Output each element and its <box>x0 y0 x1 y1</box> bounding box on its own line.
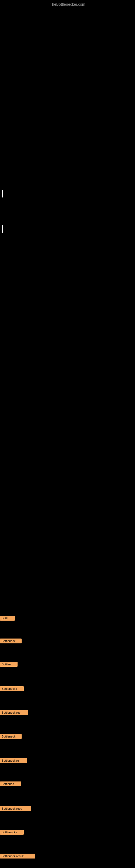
site-title: TheBottlenecker.com <box>50 2 85 6</box>
bottleneck-result-badge: Bottleneck <box>0 734 21 739</box>
bottleneck-result-badge: Bottlenec <box>0 781 21 786</box>
bottleneck-result-badge: Bottleneck <box>0 639 21 643</box>
bottleneck-result-badge: Bottleneck res <box>0 710 28 715</box>
bottleneck-result-badge: Bottleneck resu <box>0 806 31 811</box>
cursor-bar-2 <box>2 225 3 233</box>
bottleneck-result-badge: Bottleneck r <box>0 686 24 691</box>
bottleneck-result-badge: Bottleneck result <box>0 854 35 859</box>
bottleneck-result-badge: Bottleneck r <box>0 830 24 835</box>
bottleneck-result-badge: Bottl <box>0 616 15 621</box>
bottleneck-result-badge: Bottleneck re <box>0 758 27 763</box>
bottleneck-result-badge: Bottlen <box>0 662 17 667</box>
cursor-bar-1 <box>2 190 3 197</box>
